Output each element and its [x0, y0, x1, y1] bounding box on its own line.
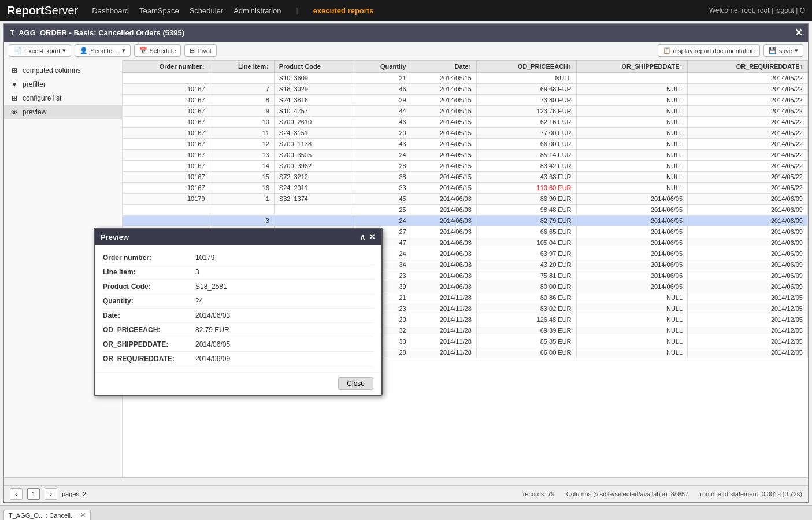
modal-field-value: 24	[195, 297, 203, 305]
save-btn[interactable]: 💾 save ▾	[763, 44, 803, 57]
table-header: Order number↕ Line Item↕ Product Code Qu…	[123, 61, 808, 73]
modal-field: Line Item:3	[103, 265, 373, 280]
modal-field-value: 2014/06/05	[195, 340, 230, 348]
modal-field-label: OR_SHIPPEDDATE:	[103, 340, 195, 348]
col-product-code[interactable]: Product Code	[274, 61, 355, 73]
modal-field-label: Product Code:	[103, 283, 195, 291]
excel-dropdown-icon[interactable]: ▾	[62, 47, 66, 54]
nav-administration[interactable]: Administration	[233, 6, 281, 15]
modal-field-value: 2014/06/03	[195, 311, 230, 320]
columns-label: Columns (visible/selected/available): 8/…	[566, 491, 689, 497]
eye-icon: 👁	[10, 109, 19, 116]
pagination-bar: ‹ 1 › pages: 2 records: 79 Columns (visi…	[4, 485, 808, 502]
send-dropdown-icon[interactable]: ▾	[122, 47, 125, 54]
table-row[interactable]: 1016712S700_1138432014/05/1566.00 EURNUL…	[123, 139, 808, 150]
calendar-icon: 📅	[139, 47, 147, 54]
modal-field: OD_PRICEEACH:82.79 EUR	[103, 323, 373, 337]
nav-scheduler[interactable]: Scheduler	[190, 6, 224, 15]
nav-executed-reports[interactable]: executed reports	[313, 6, 374, 15]
excel-export-btn[interactable]: 📄 Excel-Export ▾	[9, 44, 71, 57]
modal-field: OR_SHIPPEDDATE:2014/06/05	[103, 337, 373, 352]
sidebar-item-prefilter[interactable]: ▼ prefilter	[4, 77, 122, 91]
col-od-priceeach[interactable]: OD_PRICEEACH↑	[476, 61, 576, 73]
sidebar-item-configure-list[interactable]: ⊞ configure list	[4, 91, 122, 105]
table-row[interactable]: 1016714S700_3962282014/05/1583.42 EURNUL…	[123, 161, 808, 172]
tab-close-btn[interactable]: ✕	[80, 511, 86, 519]
doc-icon: 📋	[663, 47, 671, 54]
header-row: Order number↕ Line Item↕ Product Code Qu…	[123, 61, 808, 73]
modal-field-label: OR_REQUIREDDATE:	[103, 355, 195, 363]
col-line-item[interactable]: Line Item↕	[210, 61, 274, 73]
modal-field-label: Quantity:	[103, 297, 195, 305]
next-page-btn[interactable]: ›	[45, 488, 57, 500]
table-row[interactable]: 1016711S24_3151202014/05/1577.00 EURNULL…	[123, 128, 808, 139]
modal-controls: ∧ ✕	[359, 232, 376, 242]
table-row[interactable]: 1016710S700_2610462014/05/1562.16 EURNUL…	[123, 117, 808, 128]
modal-footer: Close	[95, 372, 381, 395]
table-icon: ⊞	[10, 67, 19, 74]
modal-field-value: 10179	[195, 254, 214, 262]
table-row[interactable]: S10_3609212014/05/15NULL2014/05/22	[123, 73, 808, 84]
report-close-btn[interactable]: ✕	[795, 27, 802, 38]
tab-report[interactable]: T_AGG_O... : Cancell... ✕	[3, 510, 91, 520]
top-nav: ReportServer Dashboard TeamSpace Schedul…	[0, 0, 812, 21]
display-doc-btn[interactable]: 📋 display report documentation	[658, 44, 760, 57]
table-row[interactable]: 1016716S24_2011332014/05/15110.60 EURNUL…	[123, 183, 808, 194]
modal-field: OR_REQUIREDDATE:2014/06/09	[103, 352, 373, 366]
save-dropdown-icon[interactable]: ▾	[795, 47, 798, 54]
prev-page-btn[interactable]: ‹	[10, 488, 23, 500]
modal-title: Preview	[101, 233, 129, 242]
nav-separator: |	[296, 6, 298, 14]
toolbar-right: 📋 display report documentation 💾 save ▾	[658, 44, 804, 57]
modal-close-button[interactable]: Close	[338, 377, 373, 390]
tab-label: T_AGG_O... : Cancell...	[9, 512, 76, 519]
modal-field-value: 82.79 EUR	[195, 326, 229, 334]
table-row[interactable]: 3242014/06/0382.79 EUR2014/06/052014/06/…	[123, 216, 808, 226]
col-order-number[interactable]: Order number↕	[123, 61, 210, 73]
pagination-info: records: 79 Columns (visible/selected/av…	[523, 491, 802, 497]
modal-field-value: 3	[195, 268, 199, 276]
table-row[interactable]: 252014/06/0398.48 EUR2014/06/052014/06/0…	[123, 205, 808, 216]
modal-field-label: Line Item:	[103, 268, 195, 276]
modal-minimize-btn[interactable]: ∧	[359, 232, 365, 242]
modal-titlebar: Preview ∧ ✕	[95, 229, 381, 245]
report-titlebar: T_AGG_ORDER - Basis: Cancelled Orders (5…	[4, 24, 808, 42]
table-row[interactable]: 1016713S700_3505242014/05/1585.14 EURNUL…	[123, 150, 808, 161]
table-row[interactable]: 101679S10_4757442014/05/15123.76 EURNULL…	[123, 106, 808, 117]
configure-icon: ⊞	[10, 95, 19, 102]
modal-field-value: 2014/06/09	[195, 355, 230, 363]
col-or-shippeddate[interactable]: OR_SHIPPEDDATE↑	[576, 61, 688, 73]
table-row[interactable]: 101791S32_1374452014/06/0386.90 EUR2014/…	[123, 194, 808, 205]
sidebar-label-computed-columns: computed columns	[23, 66, 81, 75]
logout-link[interactable]: logout	[775, 6, 794, 14]
modal-field-label: Date:	[103, 311, 195, 320]
table-row[interactable]: 1016715S72_3212382014/05/1543.68 EURNULL…	[123, 172, 808, 183]
h-scrollbar[interactable]	[4, 477, 808, 485]
send-to-btn[interactable]: 👤 Send to ... ▾	[75, 44, 130, 57]
sidebar-item-preview[interactable]: 👁 preview	[4, 105, 122, 119]
modal-field: Date:2014/06/03	[103, 309, 373, 323]
modal-field-label: OD_PRICEEACH:	[103, 326, 195, 334]
logo-server: Server	[44, 4, 78, 17]
col-quantity[interactable]: Quantity	[355, 61, 411, 73]
modal-field-value: S18_2581	[195, 283, 227, 291]
pivot-btn[interactable]: ⊞ Pivot	[184, 44, 216, 57]
modal-close-btn[interactable]: ✕	[369, 232, 376, 242]
table-row[interactable]: 101677S18_3029462014/05/1569.68 EURNULL2…	[123, 84, 808, 95]
q-link[interactable]: Q	[800, 6, 805, 14]
modal-field: Quantity:24	[103, 294, 373, 309]
schedule-btn[interactable]: 📅 Schedule	[134, 44, 181, 57]
filter-icon: ▼	[10, 81, 19, 88]
current-page: 1	[27, 488, 40, 500]
report-toolbar: 📄 Excel-Export ▾ 👤 Send to ... ▾ 📅 Sched…	[4, 42, 808, 60]
logo-report: Report	[7, 4, 44, 17]
col-date[interactable]: Date↑	[411, 61, 476, 73]
sidebar-item-computed-columns[interactable]: ⊞ computed columns	[4, 64, 122, 77]
modal-field-label: Order number:	[103, 254, 195, 262]
table-row[interactable]: 101678S24_3816292014/05/1573.80 EURNULL2…	[123, 95, 808, 106]
tab-bar: T_AGG_O... : Cancell... ✕	[0, 505, 812, 520]
save-icon: 💾	[769, 47, 777, 54]
col-or-requireddate[interactable]: OR_REQUIREDDATE↑	[688, 61, 808, 73]
nav-dashboard[interactable]: Dashboard	[92, 6, 129, 15]
nav-teamspace[interactable]: TeamSpace	[139, 6, 179, 15]
